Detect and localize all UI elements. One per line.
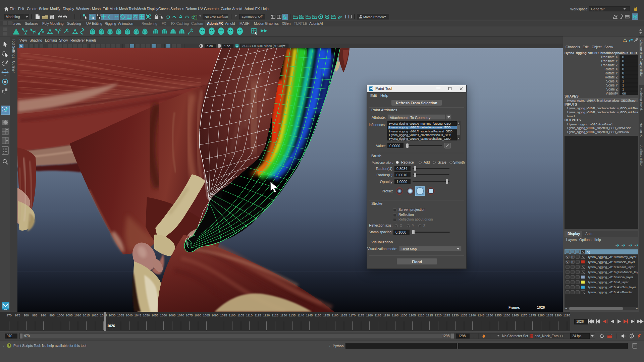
svg-text:AVA: AVA bbox=[4, 309, 7, 310]
